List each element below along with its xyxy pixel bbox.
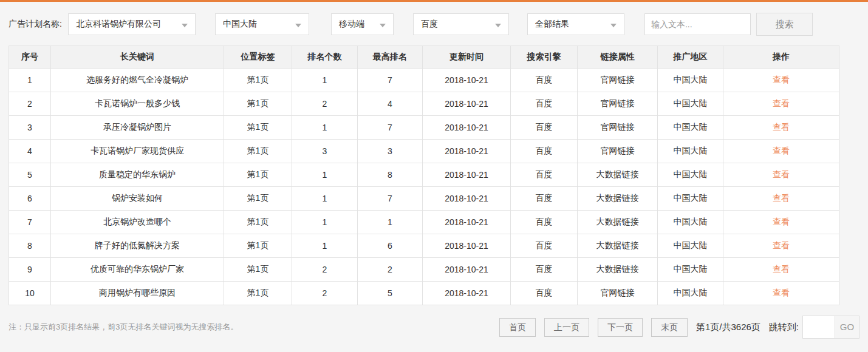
- cell-index: 10: [9, 282, 51, 305]
- cell-best-rank: 3: [358, 140, 423, 163]
- cell-index: 9: [9, 258, 51, 282]
- prev-page-button[interactable]: 上一页: [544, 318, 589, 337]
- view-link[interactable]: 查看: [773, 122, 790, 132]
- view-link[interactable]: 查看: [773, 288, 790, 297]
- cell-index: 2: [9, 92, 51, 116]
- cell-link-type: 大数据链接: [578, 211, 658, 234]
- view-link[interactable]: 查看: [773, 75, 790, 84]
- cell-action: 查看: [723, 282, 839, 305]
- cell-keyword: 卡瓦诺锅炉一般多少钱: [51, 92, 224, 116]
- view-link[interactable]: 查看: [773, 193, 790, 203]
- col-header-rank-count: 排名个数: [292, 46, 358, 69]
- cell-update-time: 2018-10-21: [423, 69, 511, 92]
- cell-promo-region: 中国大陆: [658, 187, 723, 211]
- next-page-button[interactable]: 下一页: [598, 318, 643, 337]
- view-link[interactable]: 查看: [773, 169, 790, 179]
- cell-keyword: 质量稳定的华东锅炉: [51, 163, 224, 187]
- cell-promo-region: 中国大陆: [658, 140, 723, 163]
- cell-promo-region: 中国大陆: [658, 258, 723, 282]
- cell-best-rank: 7: [358, 116, 423, 140]
- cell-best-rank: 6: [358, 234, 423, 258]
- cell-search-engine: 百度: [511, 140, 578, 163]
- cell-rank-count: 2: [292, 282, 358, 305]
- result-type-select[interactable]: 全部结果: [527, 13, 624, 35]
- cell-action: 查看: [723, 211, 839, 234]
- cell-position-tag: 第1页: [224, 187, 292, 211]
- cell-search-engine: 百度: [511, 282, 578, 305]
- cell-update-time: 2018-10-21: [423, 211, 511, 234]
- col-header-promo-region: 推广地区: [658, 46, 723, 69]
- view-link[interactable]: 查看: [773, 98, 790, 108]
- cell-link-type: 官网链接: [578, 116, 658, 140]
- cell-update-time: 2018-10-21: [423, 92, 511, 116]
- table-row: 3 承压冷凝锅炉图片 第1页 1 7 2018-10-21 百度 官网链接 中国…: [9, 116, 839, 140]
- table-row: 4 卡瓦诺锅炉厂家现货供应 第1页 3 3 2018-10-21 百度 官网链接…: [9, 140, 839, 163]
- col-header-update-time: 更新时间: [423, 46, 511, 69]
- table-row: 1 选服务好的燃气全冷凝锅炉 第1页 1 7 2018-10-21 百度 官网链…: [9, 69, 839, 92]
- chevron-down-icon: [295, 24, 301, 27]
- view-link[interactable]: 查看: [773, 264, 790, 274]
- cell-action: 查看: [723, 163, 839, 187]
- cell-position-tag: 第1页: [224, 92, 292, 116]
- table-row: 9 优质可靠的华东锅炉厂家 第1页 2 2 2018-10-21 百度 大数据链…: [9, 258, 839, 282]
- campaign-select[interactable]: 北京科诺锅炉有限公司: [68, 13, 196, 35]
- cell-action: 查看: [723, 140, 839, 163]
- cell-link-type: 大数据链接: [578, 258, 658, 282]
- cell-promo-region: 中国大陆: [658, 163, 723, 187]
- go-button[interactable]: GO: [835, 316, 859, 338]
- cell-best-rank: 2: [358, 258, 423, 282]
- cell-link-type: 大数据链接: [578, 234, 658, 258]
- view-link[interactable]: 查看: [773, 217, 790, 226]
- cell-action: 查看: [723, 92, 839, 116]
- last-page-button[interactable]: 末页: [651, 318, 688, 337]
- cell-update-time: 2018-10-21: [423, 116, 511, 140]
- jump-page-input[interactable]: [803, 316, 835, 338]
- cell-action: 查看: [723, 187, 839, 211]
- cell-best-rank: 7: [358, 187, 423, 211]
- cell-action: 查看: [723, 234, 839, 258]
- table-row: 7 北京锅炉改造哪个 第1页 1 1 2018-10-21 百度 大数据链接 中…: [9, 211, 839, 234]
- pagination: 首页 上一页 下一页 末页 第1页/共3626页 跳转到: GO: [491, 316, 859, 339]
- cell-index: 6: [9, 187, 51, 211]
- cell-search-engine: 百度: [511, 92, 578, 116]
- cell-update-time: 2018-10-21: [423, 187, 511, 211]
- cell-update-time: 2018-10-21: [423, 140, 511, 163]
- footer: 注：只显示前3页排名结果，前3页无排名关键词视为无搜索排名。 首页 上一页 下一…: [9, 316, 859, 339]
- cell-keyword: 牌子好的低氮解决方案: [51, 234, 224, 258]
- device-select[interactable]: 移动端: [331, 13, 394, 35]
- cell-position-tag: 第1页: [224, 258, 292, 282]
- cell-keyword: 北京锅炉改造哪个: [51, 211, 224, 234]
- table-row: 6 锅炉安装如何 第1页 1 7 2018-10-21 百度 大数据链接 中国大…: [9, 187, 839, 211]
- cell-rank-count: 1: [292, 211, 358, 234]
- view-link[interactable]: 查看: [773, 240, 790, 250]
- region-select[interactable]: 中国大陆: [215, 13, 309, 35]
- cell-rank-count: 1: [292, 234, 358, 258]
- keyword-rank-table: 序号 长关键词 位置标签 排名个数 最高排名 更新时间 搜索引擎 链接属性 推广…: [9, 46, 839, 305]
- col-header-action: 操作: [723, 46, 839, 69]
- cell-index: 7: [9, 211, 51, 234]
- cell-index: 5: [9, 163, 51, 187]
- cell-best-rank: 5: [358, 282, 423, 305]
- cell-link-type: 官网链接: [578, 69, 658, 92]
- chevron-down-icon: [495, 24, 501, 27]
- engine-select[interactable]: 百度: [413, 13, 509, 35]
- cell-promo-region: 中国大陆: [658, 116, 723, 140]
- first-page-button[interactable]: 首页: [499, 318, 536, 337]
- cell-position-tag: 第1页: [224, 163, 292, 187]
- view-link[interactable]: 查看: [773, 146, 790, 155]
- cell-rank-count: 1: [292, 69, 358, 92]
- cell-update-time: 2018-10-21: [423, 163, 511, 187]
- table-row: 5 质量稳定的华东锅炉 第1页 1 8 2018-10-21 百度 大数据链接 …: [9, 163, 839, 187]
- table-body: 1 选服务好的燃气全冷凝锅炉 第1页 1 7 2018-10-21 百度 官网链…: [9, 69, 839, 305]
- chevron-down-icon: [182, 24, 188, 27]
- col-header-position-tag: 位置标签: [224, 46, 292, 69]
- cell-keyword: 选服务好的燃气全冷凝锅炉: [51, 69, 224, 92]
- filter-bar: 广告计划名称: 北京科诺锅炉有限公司 中国大陆 移动端 百度 全部结果 搜索: [9, 13, 859, 35]
- cell-action: 查看: [723, 258, 839, 282]
- search-button[interactable]: 搜索: [756, 13, 813, 36]
- col-header-keyword: 长关键词: [51, 46, 224, 69]
- cell-search-engine: 百度: [511, 69, 578, 92]
- cell-rank-count: 1: [292, 187, 358, 211]
- cell-keyword: 优质可靠的华东锅炉厂家: [51, 258, 224, 282]
- search-input[interactable]: [644, 13, 751, 35]
